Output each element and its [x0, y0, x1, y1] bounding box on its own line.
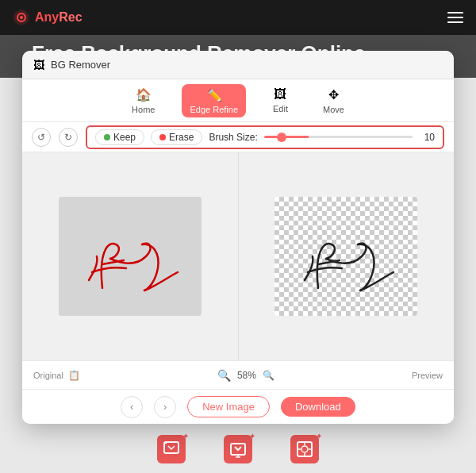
tab-home-label: Home	[132, 105, 155, 114]
download-button[interactable]: Download	[281, 397, 355, 417]
feature-icon-1	[162, 440, 181, 459]
original-label: Original	[33, 371, 63, 380]
zoom-out-icon[interactable]: 🔍	[217, 369, 231, 382]
erase-button[interactable]: Erase	[151, 129, 202, 145]
brush-controls-box: Keep Erase Brush Size: 10	[86, 125, 444, 149]
tab-move[interactable]: ✥ Move	[315, 84, 352, 117]
toolbar: 🏠 Home ✏️ Edge Refine 🖼 Edit ✥ Move	[22, 79, 454, 122]
sparkle-1: ✦	[182, 432, 189, 440]
canvas-area	[22, 152, 454, 360]
brush-size-value: 10	[419, 132, 435, 143]
preview-image	[274, 197, 417, 316]
svg-rect-3	[59, 197, 202, 316]
tab-move-label: Move	[323, 105, 344, 114]
edge-refine-icon: ✏️	[206, 87, 222, 102]
logo-icon	[13, 9, 30, 26]
zoom-value: 58%	[237, 370, 256, 381]
undo-button[interactable]: ↺	[32, 128, 51, 147]
tab-edit-label: Edit	[273, 104, 288, 113]
keep-dot	[104, 134, 110, 140]
preview-canvas	[239, 152, 455, 360]
bottom-icon-inner-2	[224, 435, 252, 463]
bottom-icon-2: ✦	[221, 432, 255, 467]
move-icon: ✥	[328, 87, 339, 102]
modal-header-title: BG Remover	[51, 59, 110, 71]
page-background: AnyRec Free Background Remover Online 🖼 …	[0, 0, 476, 473]
edit-icon: 🖼	[274, 87, 286, 102]
copy-icon: 📋	[68, 370, 80, 381]
redo-button[interactable]: ↻	[59, 128, 78, 147]
modal-header: 🖼 BG Remover	[22, 51, 454, 79]
tab-home[interactable]: 🏠 Home	[124, 84, 163, 117]
keep-button[interactable]: Keep	[95, 129, 144, 145]
zoom-in-icon[interactable]: 🔍	[263, 370, 274, 381]
feature-icon-3	[295, 440, 314, 459]
new-image-button[interactable]: New Image	[187, 396, 270, 417]
prev-arrow[interactable]: ‹	[121, 396, 143, 418]
footer-bar: Original 📋 🔍 58% 🔍 Preview	[22, 360, 454, 389]
tab-edge-refine[interactable]: ✏️ Edge Refine	[182, 84, 246, 117]
tab-edge-refine-label: Edge Refine	[190, 105, 238, 114]
footer-left: Original 📋	[33, 370, 80, 381]
modal-header-icon: 🖼	[33, 59, 44, 71]
home-icon: 🏠	[136, 87, 152, 102]
original-signature	[59, 197, 202, 316]
preview-label: Preview	[412, 371, 443, 380]
sparkle-2: ✦	[249, 432, 255, 440]
brush-size-slider[interactable]	[264, 136, 413, 138]
feature-icon-2	[228, 440, 248, 459]
bottom-icon-1: ✦	[154, 432, 189, 467]
bottom-icons-area: ✦ ✦ ✦	[0, 425, 476, 473]
logo: AnyRec	[13, 9, 83, 26]
svg-point-11	[301, 446, 308, 452]
brush-size-label: Brush Size:	[209, 132, 257, 143]
svg-point-2	[20, 16, 23, 19]
erase-label: Erase	[169, 132, 194, 143]
bg-remover-modal: 🖼 BG Remover 🏠 Home ✏️ Edge Refine 🖼 Edi…	[22, 51, 454, 424]
top-navigation: AnyRec	[0, 0, 476, 35]
footer-center: 🔍 58% 🔍	[217, 369, 274, 382]
keep-label: Keep	[113, 132, 136, 143]
action-bar: ‹ › New Image Download	[22, 389, 454, 424]
erase-dot	[159, 134, 166, 140]
svg-rect-7	[274, 197, 417, 316]
sparkle-3: ✦	[316, 432, 322, 440]
logo-text: AnyRec	[35, 10, 83, 25]
preview-signature	[274, 197, 417, 316]
brush-controls-bar: ↺ ↻ Keep Erase Brush Size: 10	[22, 122, 454, 152]
original-canvas	[22, 152, 238, 360]
tab-edit[interactable]: 🖼 Edit	[265, 84, 296, 117]
bottom-icon-inner-3	[290, 435, 319, 463]
bottom-icon-3: ✦	[287, 432, 322, 467]
next-arrow[interactable]: ›	[154, 396, 176, 418]
bottom-icon-inner-1	[157, 435, 186, 463]
hamburger-button[interactable]	[447, 12, 463, 23]
original-image	[59, 197, 202, 316]
